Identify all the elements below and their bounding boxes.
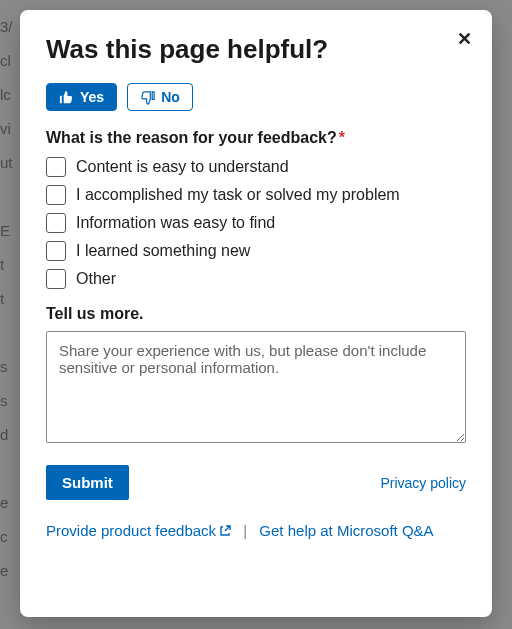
qa-help-link[interactable]: Get help at Microsoft Q&A bbox=[259, 522, 433, 539]
yes-button[interactable]: Yes bbox=[46, 83, 117, 111]
no-button[interactable]: No bbox=[127, 83, 193, 111]
required-mark: * bbox=[339, 129, 345, 146]
option-item[interactable]: Content is easy to understand bbox=[46, 157, 466, 177]
checkbox-icon bbox=[46, 269, 66, 289]
privacy-link[interactable]: Privacy policy bbox=[380, 475, 466, 491]
option-label: Content is easy to understand bbox=[76, 158, 289, 176]
submit-button[interactable]: Submit bbox=[46, 465, 129, 500]
checkbox-icon bbox=[46, 157, 66, 177]
close-button[interactable]: ✕ bbox=[453, 24, 476, 54]
footer-links: Provide product feedback | Get help at M… bbox=[46, 522, 466, 539]
separator: | bbox=[243, 522, 247, 539]
reason-question: What is the reason for your feedback?* bbox=[46, 129, 466, 147]
reason-options: Content is easy to understand I accompli… bbox=[46, 157, 466, 289]
checkbox-icon bbox=[46, 213, 66, 233]
modal-title: Was this page helpful? bbox=[46, 34, 466, 65]
yes-label: Yes bbox=[80, 89, 104, 105]
thumbs-up-icon bbox=[59, 90, 74, 105]
option-item[interactable]: Information was easy to find bbox=[46, 213, 466, 233]
option-item[interactable]: I learned something new bbox=[46, 241, 466, 261]
option-item[interactable]: Other bbox=[46, 269, 466, 289]
product-feedback-link[interactable]: Provide product feedback bbox=[46, 522, 235, 539]
feedback-textarea[interactable] bbox=[46, 331, 466, 443]
no-label: No bbox=[161, 89, 180, 105]
option-label: Information was easy to find bbox=[76, 214, 275, 232]
option-label: Other bbox=[76, 270, 116, 288]
option-label: I learned something new bbox=[76, 242, 250, 260]
thumbs-down-icon bbox=[140, 90, 155, 105]
checkbox-icon bbox=[46, 185, 66, 205]
option-item[interactable]: I accomplished my task or solved my prob… bbox=[46, 185, 466, 205]
option-label: I accomplished my task or solved my prob… bbox=[76, 186, 400, 204]
vote-row: Yes No bbox=[46, 83, 466, 111]
checkbox-icon bbox=[46, 241, 66, 261]
feedback-modal: ✕ Was this page helpful? Yes No What is … bbox=[20, 10, 492, 617]
submit-row: Submit Privacy policy bbox=[46, 465, 466, 500]
tell-more-label: Tell us more. bbox=[46, 305, 466, 323]
external-link-icon bbox=[219, 523, 231, 535]
